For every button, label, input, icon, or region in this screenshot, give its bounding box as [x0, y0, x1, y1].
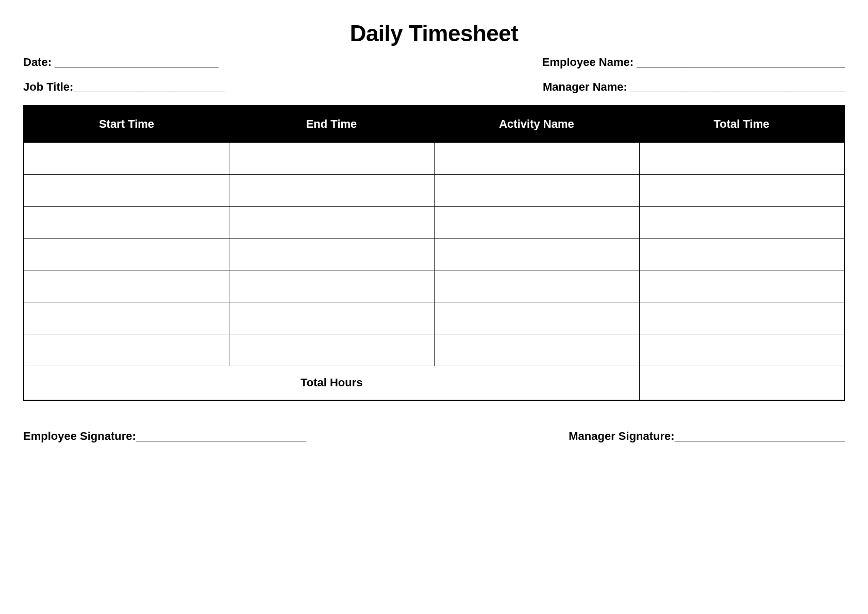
- cell-end-time[interactable]: [229, 238, 434, 270]
- cell-start-time[interactable]: [24, 302, 229, 334]
- cell-activity-name[interactable]: [434, 175, 639, 207]
- cell-total-time[interactable]: [639, 207, 844, 238]
- cell-total-time[interactable]: [639, 143, 844, 175]
- manager-signature-field[interactable]: Manager Signature:______________________…: [569, 430, 845, 443]
- job-title-field[interactable]: Job Title:________________________: [23, 80, 225, 94]
- cell-activity-name[interactable]: [434, 270, 639, 302]
- header-start-time: Start Time: [24, 106, 229, 143]
- cell-activity-name[interactable]: [434, 238, 639, 270]
- cell-total-time[interactable]: [639, 238, 844, 270]
- cell-start-time[interactable]: [24, 175, 229, 207]
- info-row-2: Job Title:________________________ Manag…: [23, 80, 845, 94]
- cell-end-time[interactable]: [229, 143, 434, 175]
- table-row: [24, 175, 844, 207]
- table-row: [24, 207, 844, 238]
- page-title: Daily Timesheet: [23, 21, 845, 46]
- cell-end-time[interactable]: [229, 207, 434, 238]
- cell-activity-name[interactable]: [434, 334, 639, 366]
- cell-start-time[interactable]: [24, 238, 229, 270]
- table-row: [24, 302, 844, 334]
- manager-name-field[interactable]: Manager Name: __________________________…: [543, 80, 845, 94]
- header-end-time: End Time: [229, 106, 434, 143]
- cell-total-time[interactable]: [639, 175, 844, 207]
- cell-start-time[interactable]: [24, 334, 229, 366]
- cell-end-time[interactable]: [229, 270, 434, 302]
- table-row: [24, 270, 844, 302]
- cell-activity-name[interactable]: [434, 143, 639, 175]
- cell-start-time[interactable]: [24, 143, 229, 175]
- cell-total-time[interactable]: [639, 334, 844, 366]
- total-hours-value[interactable]: [639, 366, 844, 400]
- employee-name-field[interactable]: Employee Name: _________________________…: [542, 56, 845, 69]
- cell-start-time[interactable]: [24, 207, 229, 238]
- cell-end-time[interactable]: [229, 334, 434, 366]
- signatures-row: Employee Signature:_____________________…: [23, 430, 845, 443]
- employee-signature-field[interactable]: Employee Signature:_____________________…: [23, 430, 306, 443]
- table-row: [24, 334, 844, 366]
- table-row: [24, 143, 844, 175]
- cell-activity-name[interactable]: [434, 207, 639, 238]
- cell-total-time[interactable]: [639, 302, 844, 334]
- cell-end-time[interactable]: [229, 175, 434, 207]
- cell-total-time[interactable]: [639, 270, 844, 302]
- table-row: [24, 238, 844, 270]
- cell-activity-name[interactable]: [434, 302, 639, 334]
- total-hours-row: Total Hours: [24, 366, 844, 400]
- cell-start-time[interactable]: [24, 270, 229, 302]
- header-total-time: Total Time: [639, 106, 844, 143]
- header-activity-name: Activity Name: [434, 106, 639, 143]
- total-hours-label: Total Hours: [24, 366, 639, 400]
- timesheet-table: Start Time End Time Activity Name Total …: [23, 105, 845, 401]
- date-field[interactable]: Date: __________________________: [23, 56, 219, 69]
- info-row-1: Date: __________________________ Employe…: [23, 56, 845, 69]
- table-header-row: Start Time End Time Activity Name Total …: [24, 106, 844, 143]
- cell-end-time[interactable]: [229, 302, 434, 334]
